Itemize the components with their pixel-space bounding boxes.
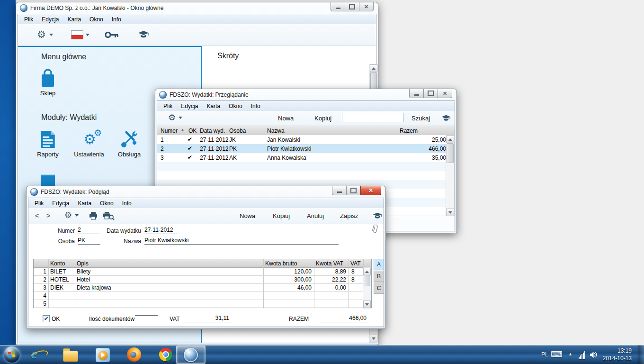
header-numer[interactable]: Numer <box>161 127 178 134</box>
header-data[interactable]: Data wyd. <box>200 127 225 134</box>
minimize-button[interactable] <box>332 186 347 195</box>
scroll-down-button[interactable] <box>370 335 377 342</box>
taskbar-wmp-icon[interactable] <box>96 348 110 362</box>
settings-label[interactable]: Ustawienia <box>71 151 107 158</box>
scrollbar-thumb[interactable] <box>364 275 370 286</box>
language-flag-icon[interactable] <box>71 30 83 39</box>
settings-gear-icon[interactable]: ⚙ <box>64 211 72 219</box>
menu-karta[interactable]: Karta <box>73 199 96 208</box>
print-icon[interactable] <box>89 211 98 220</box>
taskbar-ie-icon[interactable]: e <box>31 347 37 360</box>
menu-karta[interactable]: Karta <box>63 15 85 24</box>
save-button[interactable]: Zapisz <box>340 212 358 219</box>
tab-a[interactable]: A <box>374 259 384 270</box>
copy-button[interactable]: Kopiuj <box>314 115 331 122</box>
numer-field[interactable]: 2 <box>78 227 100 234</box>
minimize-button[interactable] <box>409 89 424 98</box>
new-button[interactable]: Nowa <box>240 212 255 219</box>
taskbar-explorer-icon[interactable] <box>63 347 78 362</box>
header-nazwa[interactable]: Nazwa <box>267 127 285 134</box>
next-record-button[interactable]: > <box>46 212 50 219</box>
table-row[interactable]: 1 ✔ 27-11-2012 JK Jan Kowalski 25,00 <box>157 135 446 144</box>
cancel-button[interactable]: Anuluj <box>307 212 324 219</box>
scroll-down-button[interactable] <box>363 300 371 308</box>
table-row-selected[interactable]: 2 ✔ 27-11-2012 PK Piotr Kwiatkowski 466,… <box>157 144 446 153</box>
header-osoba[interactable]: Osoba <box>229 127 246 134</box>
settings-gear-icon[interactable]: ⚙ <box>37 29 46 39</box>
header-ok[interactable]: OK <box>188 127 197 134</box>
menu-edycja[interactable]: Edycja <box>37 15 63 24</box>
menu-okno[interactable]: Okno <box>85 15 107 24</box>
gear-caret-icon[interactable] <box>179 117 182 119</box>
sort-asc-icon[interactable]: ▲ <box>180 127 185 132</box>
show-desktop-button[interactable] <box>638 345 644 364</box>
menu-okno[interactable]: Okno <box>224 101 247 111</box>
copy-button[interactable]: Kopiuj <box>273 212 290 219</box>
reports-icon[interactable] <box>39 130 56 149</box>
search-button[interactable]: Szukaj <box>411 115 430 122</box>
close-button[interactable]: ✕ <box>359 2 374 11</box>
print-preview-icon[interactable] <box>102 211 115 220</box>
menu-edycja[interactable]: Edycja <box>48 199 73 208</box>
nazwa-field[interactable]: Piotr Kwiatkowski <box>144 237 339 245</box>
maintenance-label[interactable]: Obsługa <box>111 151 147 158</box>
taskbar-chrome-icon[interactable] <box>159 348 172 361</box>
grid-row[interactable]: 1 BILET Bilety 120,00 8,89 8 <box>34 267 363 275</box>
tray-expand-icon[interactable]: ▲ <box>568 352 572 356</box>
grid-row[interactable]: 4 <box>34 291 363 300</box>
flag-caret-icon[interactable] <box>86 34 89 36</box>
ok-checkbox[interactable]: ✔ <box>43 315 50 322</box>
maximize-button[interactable] <box>346 186 361 195</box>
grid-row[interactable]: 3 DIEK Dieta krajowa 46,00 0,00 <box>34 283 363 291</box>
maximize-button[interactable] <box>345 2 359 11</box>
grid-scrollbar[interactable] <box>363 267 371 309</box>
menu-plik[interactable]: Plik <box>159 101 177 111</box>
language-indicator[interactable]: PL <box>541 351 548 358</box>
osoba-field[interactable]: PK <box>78 237 100 245</box>
scrollbar-thumb[interactable] <box>447 143 454 163</box>
data-wydatku-field[interactable]: 27-11-2012 <box>144 227 178 234</box>
taskbar-firefox-icon[interactable] <box>127 347 141 362</box>
network-icon[interactable] <box>579 351 585 359</box>
taskbar-app-button-active[interactable] <box>176 346 206 364</box>
scroll-up-button[interactable] <box>446 136 454 143</box>
prev-record-button[interactable]: < <box>35 212 39 219</box>
grid-row[interactable]: 5 <box>34 300 363 308</box>
key-icon[interactable] <box>105 31 118 38</box>
graduation-cap-icon[interactable] <box>441 115 451 122</box>
gear-caret-icon[interactable] <box>75 214 79 217</box>
new-button[interactable]: Nowa <box>278 115 294 122</box>
gear-caret-icon[interactable] <box>49 34 53 36</box>
minimize-button[interactable] <box>331 2 345 11</box>
grid-row[interactable]: 2 HOTEL Hotel 300,00 22,22 8 <box>34 275 363 283</box>
menu-plik[interactable]: Plik <box>30 199 48 208</box>
menu-info[interactable]: Info <box>247 101 265 111</box>
menu-okno[interactable]: Okno <box>96 199 118 208</box>
scroll-up-button[interactable] <box>363 268 371 275</box>
paperclip-icon[interactable] <box>371 224 379 235</box>
settings-gear-icon[interactable]: ⚙ <box>168 113 176 122</box>
maximize-button[interactable] <box>423 89 438 98</box>
graduation-cap-icon[interactable] <box>373 212 382 219</box>
close-button[interactable]: ✕ <box>438 89 452 98</box>
graduation-cap-icon[interactable] <box>138 30 149 39</box>
volume-icon[interactable] <box>590 351 598 358</box>
tab-b[interactable]: B <box>374 271 384 282</box>
main-window-titlebar[interactable]: Firma DEMO Sp. z o.o.: Jan Kowalski - Ok… <box>16 2 378 14</box>
search-input[interactable] <box>342 113 403 122</box>
menu-plik[interactable]: Plik <box>20 15 37 24</box>
table-row[interactable]: 3 ✔ 27-11-2012 AK Anna Kowalska 35,00 <box>157 153 446 162</box>
shop-label[interactable]: Sklep <box>30 90 66 97</box>
close-button[interactable]: ✕ <box>360 186 381 195</box>
scroll-up-button[interactable] <box>370 64 377 72</box>
start-button[interactable] <box>4 346 20 363</box>
scroll-down-button[interactable] <box>446 209 454 216</box>
reports-label[interactable]: Raporty <box>30 151 66 158</box>
browse-scrollbar[interactable] <box>446 135 455 217</box>
menu-info[interactable]: Info <box>118 199 136 208</box>
keyboard-tray-icon[interactable]: ⌨ <box>551 349 563 359</box>
shop-bag-icon[interactable] <box>39 69 57 89</box>
menu-edycja[interactable]: Edycja <box>177 101 202 111</box>
settings-module-icon-small[interactable]: ⚙ <box>94 128 102 137</box>
header-razem[interactable]: Razem <box>400 127 418 134</box>
